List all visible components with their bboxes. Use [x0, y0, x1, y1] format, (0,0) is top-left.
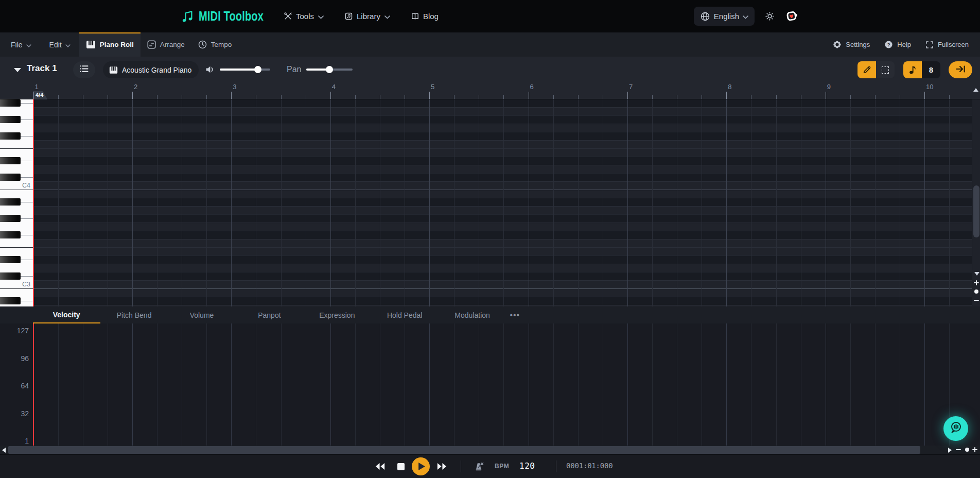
beat-line — [454, 99, 454, 306]
instrument-selector[interactable]: Acoustic Grand Piano — [103, 61, 199, 78]
beat-tick — [503, 95, 504, 99]
theme-toggle-sun-icon[interactable] — [765, 11, 775, 21]
playhead — [33, 99, 34, 306]
controller-tabs-more-button[interactable]: ••• — [506, 306, 523, 323]
controller-tab-panpot[interactable]: Panpot — [236, 306, 303, 323]
zoom-out-vertical-button[interactable] — [972, 297, 980, 304]
zoom-in-horizontal-button[interactable] — [971, 446, 979, 453]
note-grid[interactable] — [33, 99, 972, 306]
stop-button[interactable] — [396, 455, 406, 478]
scroll-left-arrow-icon[interactable] — [2, 448, 6, 453]
pan-slider-knob[interactable] — [326, 66, 333, 73]
app-logo[interactable]: MIDI Toolbox — [181, 8, 264, 24]
controller-tab-volume[interactable]: Volume — [168, 306, 235, 323]
buy-me-a-coffee-icon[interactable] — [785, 9, 799, 23]
controller-tab-modulation[interactable]: Modulation — [439, 306, 506, 323]
help-button[interactable]: ? Help — [884, 40, 911, 49]
arrange-icon — [147, 40, 156, 49]
black-key[interactable] — [0, 157, 21, 164]
tab-tempo[interactable]: Tempo — [191, 32, 239, 57]
black-key[interactable] — [0, 99, 21, 107]
black-key[interactable] — [0, 174, 21, 181]
black-key[interactable] — [0, 132, 21, 140]
black-key[interactable] — [0, 215, 21, 222]
controller-tabs: VelocityPitch BendVolumePanpotExpression… — [0, 306, 980, 323]
track-name[interactable]: Track 1 — [27, 63, 57, 74]
piano-keyboard[interactable]: C4C3 — [0, 99, 33, 306]
pan-slider[interactable] — [306, 69, 353, 71]
controller-tab-pitch-bend[interactable]: Pitch Bend — [100, 306, 168, 323]
nav-item-library[interactable]: Library — [344, 12, 390, 21]
measure-line — [330, 323, 331, 446]
nav-item-blog[interactable]: Blog — [411, 12, 439, 21]
forward-button[interactable] — [435, 455, 449, 478]
black-key[interactable] — [0, 116, 21, 123]
volume-slider-knob[interactable] — [254, 66, 261, 73]
go-to-end-button[interactable] — [949, 61, 972, 78]
metronome-toggle-button[interactable] — [473, 455, 485, 478]
menu-file[interactable]: File — [4, 32, 39, 57]
velocity-panel[interactable]: 1279664321 — [0, 323, 980, 446]
pencil-tool-button[interactable] — [857, 61, 876, 78]
black-key[interactable] — [0, 272, 21, 280]
beat-tick — [603, 95, 603, 99]
zoom-in-vertical-button[interactable] — [972, 279, 980, 286]
black-key[interactable] — [0, 297, 21, 304]
white-key-separator — [21, 161, 33, 161]
controller-tab-hold-pedal[interactable]: Hold Pedal — [371, 306, 439, 323]
measure-line — [429, 99, 430, 306]
white-key-separator — [0, 288, 33, 289]
zoom-reset-vertical-button[interactable] — [974, 289, 978, 294]
music-note-icon — [181, 9, 194, 24]
scroll-up-arrow-icon[interactable] — [973, 88, 978, 92]
tab-piano-roll[interactable]: Piano Roll — [79, 32, 141, 57]
horizontal-scrollbar[interactable] — [0, 446, 980, 454]
zoom-out-horizontal-button[interactable] — [954, 446, 962, 453]
grid-row-line — [33, 264, 972, 264]
instrument-name: Acoustic Grand Piano — [122, 66, 191, 74]
settings-button[interactable]: Settings — [833, 40, 870, 49]
play-button[interactable] — [412, 457, 430, 475]
grid-row-dark — [33, 231, 972, 239]
track-list-button[interactable] — [73, 61, 95, 78]
menu-edit[interactable]: Edit — [42, 32, 78, 57]
horizontal-scroll-thumb[interactable] — [8, 446, 920, 454]
scroll-right-arrow-icon[interactable] — [948, 448, 952, 453]
controller-tab-expression[interactable]: Expression — [303, 306, 371, 323]
black-key[interactable] — [0, 198, 21, 206]
volume-slider[interactable] — [220, 69, 270, 71]
tempo-clock-icon — [198, 40, 207, 49]
tab-arrange[interactable]: Arrange — [141, 32, 191, 57]
measure-number: 9 — [827, 83, 831, 91]
black-key[interactable] — [0, 256, 21, 263]
marquee-select-tool-button[interactable] — [876, 61, 895, 78]
beat-line — [652, 99, 653, 306]
vertical-scrollbar[interactable] — [972, 99, 980, 306]
scroll-down-arrow-icon[interactable] — [974, 272, 979, 276]
bpm-label: BPM — [495, 463, 509, 470]
track-collapse-caret-icon[interactable] — [14, 68, 21, 72]
measure-tick — [132, 92, 133, 99]
beat-line — [503, 323, 504, 446]
beat-line — [801, 323, 801, 446]
quantize-note-button[interactable] — [903, 61, 922, 78]
key-octave-label: C3 — [10, 281, 30, 288]
rewind-button[interactable] — [373, 455, 387, 478]
black-key[interactable] — [0, 231, 21, 238]
controller-tab-velocity[interactable]: Velocity — [33, 306, 100, 323]
chevron-down-icon — [318, 12, 324, 21]
chevron-down-icon — [384, 12, 390, 21]
language-selector[interactable]: English — [694, 7, 755, 26]
fullscreen-button[interactable]: Fullscreen — [925, 41, 969, 49]
blog-icon — [411, 12, 419, 21]
bpm-value[interactable]: 120 — [519, 461, 535, 471]
beat-line — [875, 323, 876, 446]
nav-item-tools[interactable]: Tools — [284, 12, 324, 21]
chat-assistant-button[interactable] — [943, 416, 968, 441]
beat-line — [405, 99, 405, 306]
chevron-down-icon — [743, 12, 748, 21]
vertical-scroll-thumb[interactable] — [973, 185, 979, 237]
quantize-value[interactable]: 8 — [922, 61, 940, 78]
timeline-ruler[interactable]: 4/4 12345678910 — [0, 82, 980, 99]
zoom-reset-horizontal-button[interactable] — [965, 448, 969, 452]
